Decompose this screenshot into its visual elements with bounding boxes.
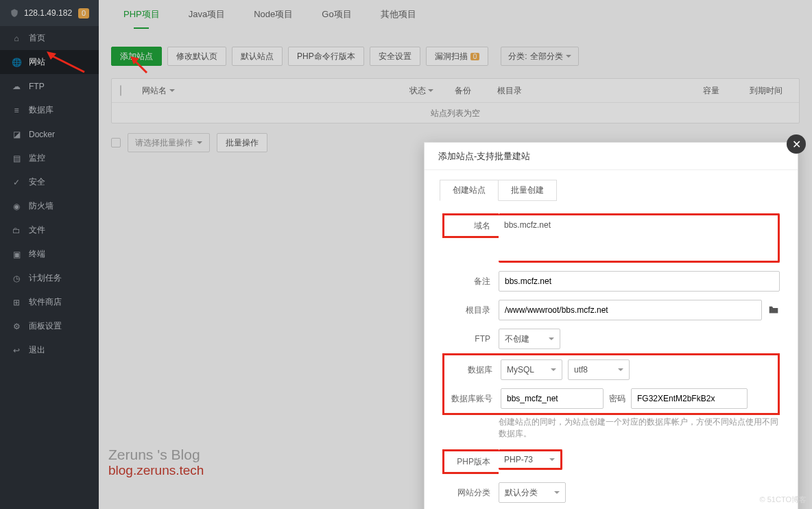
dialog-tabs: 创建站点 批量创建 bbox=[440, 180, 557, 201]
db-pwd-input[interactable] bbox=[631, 388, 748, 409]
ftp-label: FTP bbox=[442, 329, 499, 349]
remark-label: 备注 bbox=[442, 271, 499, 292]
db-label: 数据库 bbox=[444, 359, 501, 380]
database-section-highlight: 数据库 MySQL utf8 数据库账号 密码 bbox=[442, 353, 780, 415]
db-pwd-label: 密码 bbox=[609, 393, 625, 405]
db-tip: 创建站点的同时，为站点创建一个对应的数据库帐户，方便不同站点使用不同数据库。 bbox=[425, 416, 798, 440]
charset-value: utf8 bbox=[574, 365, 588, 375]
domain-input[interactable]: bbs.mcfz.net bbox=[504, 220, 551, 230]
chevron-down-icon bbox=[549, 338, 554, 343]
add-site-dialog: ✕ 添加站点-支持批量建站 创建站点 批量创建 域名 bbs.mcfz.net … bbox=[424, 142, 798, 509]
chevron-down-icon bbox=[551, 368, 556, 374]
tab-create-site[interactable]: 创建站点 bbox=[440, 180, 499, 201]
corner-watermark: © 51CTO博客 bbox=[760, 495, 807, 505]
db-user-label: 数据库账号 bbox=[444, 388, 501, 409]
category-value: 默认分类 bbox=[505, 487, 538, 499]
chevron-down-icon bbox=[549, 458, 555, 464]
ftp-value: 不创建 bbox=[505, 333, 529, 345]
domain-label: 域名 bbox=[442, 213, 499, 238]
db-charset-select[interactable]: utf8 bbox=[568, 359, 630, 380]
chevron-down-icon bbox=[554, 491, 560, 497]
close-icon[interactable]: ✕ bbox=[787, 134, 806, 154]
ftp-select[interactable]: 不创建 bbox=[499, 329, 560, 349]
folder-icon[interactable] bbox=[767, 305, 780, 316]
dialog-title: 添加站点-支持批量建站 bbox=[425, 143, 798, 170]
root-label: 根目录 bbox=[442, 300, 499, 320]
site-category-select[interactable]: 默认分类 bbox=[499, 482, 566, 503]
db-type-select[interactable]: MySQL bbox=[501, 359, 562, 380]
tab-batch-create[interactable]: 批量创建 bbox=[499, 180, 557, 201]
root-input[interactable] bbox=[499, 300, 762, 320]
php-version-select[interactable]: PHP-73 bbox=[499, 449, 562, 470]
php-label: PHP版本 bbox=[442, 449, 499, 474]
php-value: PHP-73 bbox=[504, 455, 533, 464]
db-user-input[interactable] bbox=[501, 388, 604, 409]
db-value: MySQL bbox=[507, 365, 534, 375]
remark-input[interactable] bbox=[499, 271, 780, 292]
chevron-down-icon bbox=[618, 368, 623, 374]
category-label: 网站分类 bbox=[442, 482, 499, 503]
